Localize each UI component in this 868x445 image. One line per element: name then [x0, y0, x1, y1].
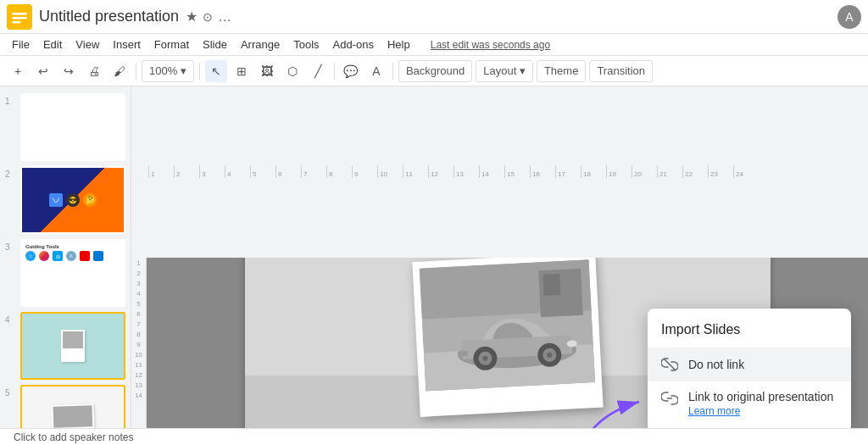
- slide-thumb-5[interactable]: [20, 385, 125, 428]
- zoom-btn[interactable]: 100% ▾: [142, 60, 194, 82]
- slide-item-1: 1: [5, 93, 125, 161]
- ruler-tick: 2: [174, 165, 199, 178]
- ruler-tick: 14: [479, 165, 504, 178]
- slide-item-5: 5: [5, 385, 125, 428]
- drive-icon[interactable]: ⊙: [203, 10, 213, 24]
- vertical-ruler: 1 2 3 4 5 6 7 8 9 10 11 12 13 14: [131, 258, 147, 429]
- canvas-area[interactable]: 1 2 3 4 5 6 7 8 9 10 11 12 13 14: [131, 258, 868, 429]
- ruler-tick: 15: [504, 165, 530, 178]
- toolbar-divider-3: [334, 63, 335, 80]
- ruler-tick: 12: [428, 165, 453, 178]
- link-label: Link to original presentation: [688, 390, 833, 403]
- slide-panel: 1 2 😎 🤔 3: [0, 86, 131, 428]
- title-action-icons: ★ ⊙ …: [186, 8, 231, 25]
- main-area: 1 2 😎 🤔 3: [0, 86, 868, 428]
- image-btn[interactable]: 🖼: [256, 60, 278, 82]
- slide-item-3: 3 Guiding Tools t ⊞ A: [5, 239, 125, 307]
- menu-file[interactable]: File: [7, 36, 35, 53]
- slide-thumb-2[interactable]: 😎 🤔: [20, 166, 125, 234]
- menu-help[interactable]: Help: [382, 36, 415, 53]
- comment-btn[interactable]: 💬: [340, 60, 362, 82]
- redo-btn[interactable]: ↪: [58, 60, 80, 82]
- transition-btn[interactable]: Transition: [589, 60, 653, 82]
- svg-rect-2: [12, 17, 27, 19]
- ruler-tick: 7: [301, 165, 326, 178]
- layout-btn[interactable]: Layout ▾: [476, 60, 533, 82]
- ruler-tick: 6: [275, 165, 301, 178]
- toolbar-divider-2: [199, 63, 200, 80]
- theme-btn[interactable]: Theme: [537, 60, 586, 82]
- menu-tools[interactable]: Tools: [288, 36, 324, 53]
- paint-format-btn[interactable]: 🖌: [108, 60, 131, 82]
- menu-format[interactable]: Format: [149, 36, 194, 53]
- horizontal-ruler: 1 2 3 4 5 6 7 8 9 10 11 12 13 14 15 16 1…: [131, 86, 868, 258]
- notes-placeholder: Click to add speaker notes: [14, 431, 133, 443]
- photo-image: [419, 259, 594, 391]
- star-icon[interactable]: ★: [186, 8, 198, 25]
- svg-rect-18: [457, 351, 467, 357]
- cursor-btn[interactable]: ↖: [205, 60, 227, 82]
- ruler-tick: 24: [733, 165, 759, 178]
- new-slide-btn[interactable]: +: [7, 60, 29, 82]
- learn-more-link[interactable]: Learn more: [688, 405, 833, 417]
- notes-bar[interactable]: Click to add speaker notes: [0, 428, 868, 445]
- link-icon: [661, 390, 678, 407]
- ruler-tick: 17: [555, 165, 581, 178]
- ruler-tick: 16: [530, 165, 555, 178]
- textbox-btn[interactable]: ⊞: [231, 60, 253, 82]
- import-option-no-link[interactable]: Do not link: [648, 348, 851, 381]
- autosave-status: Last edit was seconds ago: [426, 37, 555, 53]
- ruler-tick: 3: [199, 165, 225, 178]
- menu-view[interactable]: View: [70, 36, 104, 53]
- text-input-btn[interactable]: A: [365, 60, 387, 82]
- ruler-tick: 18: [581, 165, 606, 178]
- app-logo: [7, 4, 32, 30]
- import-slides-popup: Import Slides Do not link: [648, 309, 851, 429]
- import-popup-title: Import Slides: [648, 322, 851, 348]
- toolbar-divider-4: [392, 63, 393, 80]
- menu-addons[interactable]: Add-ons: [328, 36, 379, 53]
- slide-number-3: 3: [5, 239, 17, 252]
- slide-number-2: 2: [5, 166, 17, 179]
- undo-btn[interactable]: ↩: [32, 60, 54, 82]
- no-link-icon: [661, 356, 678, 373]
- ruler-tick: 9: [352, 165, 377, 178]
- slide-thumb-1[interactable]: [20, 93, 125, 161]
- more-icon[interactable]: …: [218, 9, 231, 25]
- shape-btn[interactable]: ⬡: [281, 60, 303, 82]
- presentation-title[interactable]: Untitled presentation: [39, 8, 179, 25]
- svg-rect-3: [12, 21, 20, 24]
- ruler-tick: 20: [632, 165, 657, 178]
- ruler-tick: 11: [403, 165, 428, 178]
- ruler-tick: 1: [148, 165, 174, 178]
- slide-thumb-4[interactable]: [20, 312, 125, 380]
- slide-number-4: 4: [5, 312, 17, 325]
- svg-rect-1: [12, 13, 27, 15]
- slide-item-2: 2 😎 🤔: [5, 166, 125, 234]
- account-avatar[interactable]: A: [837, 5, 861, 29]
- background-btn[interactable]: Background: [398, 60, 472, 82]
- ruler-tick: 5: [250, 165, 275, 178]
- ruler-tick: 19: [606, 165, 632, 178]
- title-bar: Untitled presentation ★ ⊙ … A: [0, 0, 868, 34]
- ruler-tick: 13: [453, 165, 479, 178]
- ruler-tick: 22: [682, 165, 708, 178]
- ruler-ticks: 1 2 3 4 5 6 7 8 9 10 11 12 13 14 15 16 1…: [131, 165, 759, 178]
- slide-thumb-3[interactable]: Guiding Tools t ⊞ A: [20, 239, 125, 307]
- toolbar: + ↩ ↪ 🖨 🖌 100% ▾ ↖ ⊞ 🖼 ⬡ ╱ 💬 A Backgroun…: [0, 56, 868, 86]
- line-btn[interactable]: ╱: [307, 60, 329, 82]
- menu-edit[interactable]: Edit: [38, 36, 67, 53]
- slide-number-1: 1: [5, 93, 17, 106]
- ruler-tick: 10: [377, 165, 403, 178]
- menu-arrange[interactable]: Arrange: [236, 36, 285, 53]
- slide-item-4: 4: [5, 312, 125, 380]
- ruler-tick: 4: [225, 165, 250, 178]
- import-option-link[interactable]: Link to original presentation Learn more: [648, 381, 851, 426]
- menu-insert[interactable]: Insert: [108, 36, 146, 53]
- menu-slide[interactable]: Slide: [198, 36, 232, 53]
- menu-bar: File Edit View Insert Format Slide Arran…: [0, 34, 868, 56]
- print-btn[interactable]: 🖨: [83, 60, 105, 82]
- ruler-tick: 23: [708, 165, 733, 178]
- no-link-label: Do not link: [688, 358, 744, 371]
- svg-line-19: [664, 359, 676, 370]
